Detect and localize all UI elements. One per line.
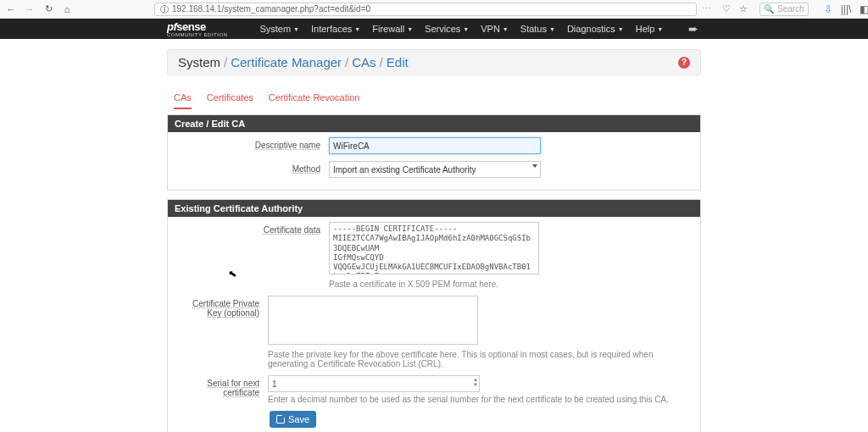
sidebar-toggle-icon[interactable]: ◧ xyxy=(860,3,868,15)
nav-items: System▼ Interfaces▼ Firewall▼ Services▼ … xyxy=(259,24,663,34)
caret-down-icon: ▼ xyxy=(407,26,413,32)
save-button[interactable]: Save xyxy=(270,411,316,428)
site-info-icon[interactable]: i xyxy=(160,5,169,14)
bc-system: System xyxy=(178,55,220,69)
breadcrumb: System / Certificate Manager / CAs / Edi… xyxy=(167,49,701,75)
search-placeholder: Search xyxy=(777,4,804,14)
logo-sense: sense xyxy=(176,20,205,33)
search-icon: 🔍 xyxy=(764,4,774,14)
label-method: Method xyxy=(176,161,329,174)
textarea-cert-data[interactable] xyxy=(329,222,539,274)
save-floppy-icon xyxy=(276,415,285,424)
help-cert-data: Paste a certificate in X.509 PEM format … xyxy=(329,280,692,289)
textarea-private-key[interactable] xyxy=(268,296,478,345)
help-private-key: Paste the private key for the above cert… xyxy=(268,350,692,368)
caret-down-icon: ▼ xyxy=(354,26,360,32)
page-actions-icon[interactable]: ⋯ xyxy=(702,3,712,14)
library-icon[interactable]: |||\ xyxy=(841,3,852,15)
pocket-icon[interactable]: ♡ xyxy=(722,3,731,14)
logo-subtitle: COMMUNITY EDITION xyxy=(167,32,227,37)
back-icon[interactable]: ← xyxy=(5,3,17,15)
panel-create-edit-ca: Create / Edit CA Descriptive name Method xyxy=(167,114,701,191)
nav-help[interactable]: Help▼ xyxy=(636,24,664,34)
label-private-key: Certificate Private Key (optional) xyxy=(176,296,268,318)
url-bar[interactable]: i 192.168.14.1/system_camanager.php?act=… xyxy=(154,3,697,16)
bc-cert-manager[interactable]: Certificate Manager xyxy=(231,55,342,69)
caret-down-icon: ▼ xyxy=(618,26,624,32)
input-descriptive-name[interactable] xyxy=(329,137,541,154)
caret-down-icon: ▼ xyxy=(463,26,469,32)
caret-down-icon: ▼ xyxy=(503,26,509,32)
tab-certificates[interactable]: Certificates xyxy=(207,92,253,109)
panel-existing-ca: Existing Certificate Authority Certifica… xyxy=(167,199,701,432)
save-label: Save xyxy=(288,414,309,424)
main-navbar: pfsense COMMUNITY EDITION System▼ Interf… xyxy=(0,19,868,39)
reload-icon[interactable]: ↻ xyxy=(42,3,54,15)
input-serial[interactable] xyxy=(268,375,480,392)
caret-down-icon: ▼ xyxy=(293,26,299,32)
bookmark-star-icon[interactable]: ☆ xyxy=(739,3,748,14)
nav-services[interactable]: Services▼ xyxy=(425,24,469,34)
logo-pf: pf xyxy=(167,20,176,33)
pfsense-logo[interactable]: pfsense COMMUNITY EDITION xyxy=(167,21,227,37)
downloads-icon[interactable]: ⇩ xyxy=(824,3,832,15)
nav-firewall[interactable]: Firewall▼ xyxy=(372,24,413,34)
tab-cas[interactable]: CAs xyxy=(174,92,192,109)
help-serial: Enter a decimal number to be used as the… xyxy=(268,395,692,404)
panel2-heading: Existing Certificate Authority xyxy=(168,200,700,217)
panel1-heading: Create / Edit CA xyxy=(168,115,700,132)
tabs: CAs Certificates Certificate Revocation xyxy=(174,92,701,109)
home-icon[interactable]: ⌂ xyxy=(61,3,73,15)
label-cert-data: Certificate data xyxy=(176,222,329,235)
nav-diagnostics[interactable]: Diagnostics▼ xyxy=(567,24,624,34)
url-text: 192.168.14.1/system_camanager.php?act=ed… xyxy=(172,4,370,14)
search-bar[interactable]: 🔍 Search xyxy=(760,3,809,16)
bc-cas[interactable]: CAs xyxy=(352,55,376,69)
forward-icon: → xyxy=(24,3,36,15)
nav-status[interactable]: Status▼ xyxy=(520,24,555,34)
nav-system[interactable]: System▼ xyxy=(259,24,299,34)
help-icon[interactable]: ? xyxy=(678,57,690,69)
caret-down-icon: ▼ xyxy=(549,26,555,32)
logout-icon[interactable]: ➨ xyxy=(688,22,698,36)
number-spinner-icon[interactable]: ▲▼ xyxy=(473,377,478,387)
caret-down-icon: ▼ xyxy=(657,26,663,32)
nav-interfaces[interactable]: Interfaces▼ xyxy=(311,24,360,34)
browser-toolbar: ← → ↻ ⌂ i 192.168.14.1/system_camanager.… xyxy=(0,0,868,19)
label-descriptive-name: Descriptive name xyxy=(176,137,329,150)
select-method[interactable] xyxy=(329,161,541,178)
nav-vpn[interactable]: VPN▼ xyxy=(481,24,509,34)
bc-edit[interactable]: Edit xyxy=(387,55,409,69)
tab-revocation[interactable]: Certificate Revocation xyxy=(269,92,360,109)
label-serial: Serial for next certificate xyxy=(176,375,268,397)
